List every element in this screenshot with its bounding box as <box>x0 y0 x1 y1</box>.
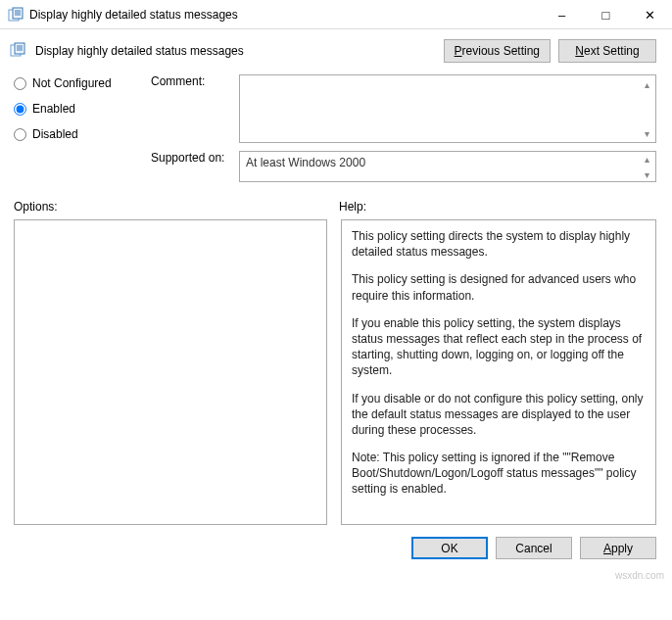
scroll-down-icon[interactable]: ▾ <box>641 127 652 139</box>
panels: This policy setting directs the system t… <box>0 217 672 525</box>
comment-textarea[interactable]: ▴ ▾ <box>239 74 656 143</box>
scroll-up-icon[interactable]: ▴ <box>641 153 652 165</box>
window-controls: – □ ✕ <box>540 0 672 28</box>
previous-setting-button[interactable]: Previous Setting <box>444 39 551 63</box>
titlebar: Display highly detailed status messages … <box>0 0 672 29</box>
help-paragraph: If you disable or do not configure this … <box>352 391 646 439</box>
comment-label: Comment: <box>151 74 239 143</box>
policy-icon <box>8 7 24 23</box>
comment-field-row: Comment: ▴ ▾ <box>151 74 656 143</box>
help-paragraph: This policy setting directs the system t… <box>352 228 646 260</box>
scroll-down-icon[interactable]: ▾ <box>641 168 652 180</box>
ok-button[interactable]: OK <box>411 537 488 559</box>
fields-column: Comment: ▴ ▾ Supported on: At least Wind… <box>151 74 656 190</box>
supported-on-text: At least Windows 2000 <box>246 156 365 169</box>
radio-disabled-input[interactable] <box>14 128 26 141</box>
header: Display highly detailed status messages … <box>0 29 672 74</box>
supported-label: Supported on: <box>151 151 239 182</box>
watermark: wsxdn.com <box>615 570 664 581</box>
help-panel[interactable]: This policy setting directs the system t… <box>341 219 656 525</box>
window-title: Display highly detailed status messages <box>29 8 540 22</box>
help-paragraph: Note: This policy setting is ignored if … <box>352 450 646 498</box>
radio-enabled[interactable]: Enabled <box>14 102 141 116</box>
config-area: Not Configured Enabled Disabled Comment:… <box>0 74 672 190</box>
close-button[interactable]: ✕ <box>628 0 672 29</box>
help-paragraph: This policy setting is designed for adva… <box>352 271 646 303</box>
radio-disabled[interactable]: Disabled <box>14 127 141 141</box>
state-radio-group: Not Configured Enabled Disabled <box>14 74 141 190</box>
supported-field-row: Supported on: At least Windows 2000 ▴ ▾ <box>151 151 656 182</box>
page-title: Display highly detailed status messages <box>35 44 436 58</box>
radio-enabled-input[interactable] <box>14 103 26 116</box>
radio-label: Disabled <box>32 127 78 141</box>
radio-label: Not Configured <box>32 76 112 90</box>
apply-button[interactable]: Apply <box>580 537 656 559</box>
radio-not-configured-input[interactable] <box>14 77 26 90</box>
policy-icon <box>10 42 27 60</box>
maximize-button[interactable]: □ <box>584 0 628 29</box>
minimize-button[interactable]: – <box>540 0 584 29</box>
options-panel[interactable] <box>14 219 327 525</box>
radio-not-configured[interactable]: Not Configured <box>14 76 141 90</box>
cancel-button[interactable]: Cancel <box>496 537 572 559</box>
help-paragraph: If you enable this policy setting, the s… <box>352 315 646 379</box>
next-setting-button[interactable]: Next Setting <box>558 39 656 63</box>
options-label: Options: <box>14 200 339 214</box>
section-labels: Options: Help: <box>0 190 672 217</box>
supported-on-box: At least Windows 2000 ▴ ▾ <box>239 151 656 182</box>
help-label: Help: <box>339 200 366 214</box>
radio-label: Enabled <box>32 102 75 116</box>
footer-buttons: OK Cancel Apply <box>0 525 672 559</box>
scroll-up-icon[interactable]: ▴ <box>641 78 652 90</box>
